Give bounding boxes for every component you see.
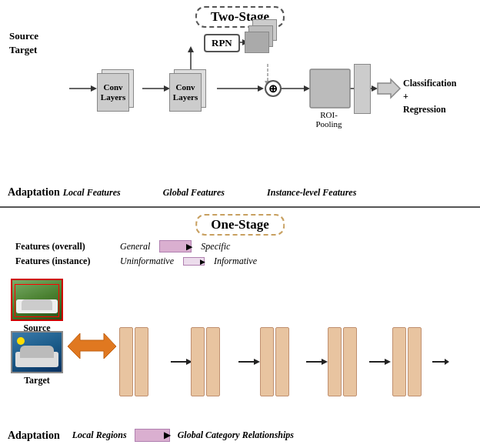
conv-layers-1: ConvLayers [97,69,143,112]
col-group-1 [119,327,148,396]
legend-row-overall: Features (overall) General ▶ Specific [15,240,257,252]
roi-result-bar [354,64,371,114]
target-label: Target [9,43,38,57]
legend-from-instance: Uninformative [120,256,174,267]
col-group-3 [260,327,289,396]
col-bar [275,327,289,396]
svg-rect-16 [310,69,350,108]
conv2-label: ConvLayers [173,82,198,102]
legend-label-instance: Features (instance) [15,256,115,267]
one-stage-section: One-Stage Features (overall) General ▶ S… [0,208,480,448]
col-bar [260,327,274,396]
col-bar [392,327,406,396]
source-image [11,279,63,321]
plus-circle: ⊕ [265,80,282,97]
svg-marker-26 [385,359,391,365]
target-img-label: Target [11,375,63,386]
one-stage-title: One-Stage [195,214,285,236]
local-features-label: Local Features [63,187,121,199]
svg-marker-28 [445,359,449,365]
col-bar [206,327,220,396]
legend-to-instance: Informative [214,256,257,267]
svg-marker-18 [68,333,116,359]
two-stage-section: Two-Stage Source Target [0,0,480,208]
bottom-arrow-large: ▶ [135,429,170,442]
target-image-area: Target [11,331,63,386]
global-cat-label: Global Category Relationships [178,430,294,441]
source-label: Source [9,29,38,43]
adaptation-row-top: Adaptation Local Features Global Feature… [8,186,472,199]
col-group-4 [328,327,357,396]
adaptation-label-bottom: Adaptation [8,430,60,442]
rpn-box: RPN [204,34,240,52]
adaptation-row-bottom: Adaptation Local Regions ▶ Global Catego… [8,429,472,442]
svg-marker-7 [304,85,310,92]
legend-arrow-large: ▶ [159,240,192,252]
source-target-label: Source Target [9,29,38,57]
svg-marker-11 [188,46,194,52]
adaptation-label-top: Adaptation [8,186,60,199]
col-bar [408,327,422,396]
col-bar [191,327,205,396]
col-group-2 [191,327,220,396]
source-image-area: Source [11,279,63,334]
global-features-label: Global Features [163,187,225,199]
svg-marker-9 [372,85,378,92]
col-bar [135,327,148,396]
svg-marker-5 [258,85,264,92]
legend-arrow-small: ▶ [183,257,205,266]
legend-to-overall: Specific [201,241,230,252]
legend-row-instance: Features (instance) Uninformative ▶ Info… [15,256,257,267]
rpn-label: RPN [212,37,232,48]
local-regions-label: Local Regions [72,430,127,441]
instance-features-label: Instance-level Features [267,187,356,199]
roi-pooling-label: ROI-Pooling [308,110,350,129]
col-bar [343,327,357,396]
svg-marker-17 [378,79,400,98]
legend-area: Features (overall) General ▶ Specific Fe… [15,240,257,267]
legend-label-overall: Features (overall) [15,241,115,252]
conv1-label: ConvLayers [101,82,125,102]
col-bar [328,327,342,396]
svg-marker-1 [91,85,97,92]
legend-from-overall: General [120,241,150,252]
col-group-5 [392,327,422,396]
target-image [11,331,63,373]
col-bar [119,327,133,396]
svg-marker-24 [322,359,328,365]
cls-reg-label: Classification + Regression [403,77,456,115]
svg-marker-22 [254,359,260,365]
conv-layers-2: ConvLayers [169,69,215,112]
